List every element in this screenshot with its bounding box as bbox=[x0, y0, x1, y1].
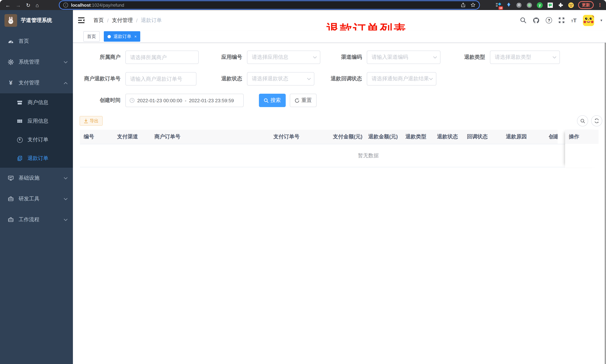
sidebar-item-infrastructure[interactable]: 基础设施 bbox=[0, 168, 73, 189]
channel-select[interactable]: 请输入渠道编码 bbox=[367, 51, 440, 64]
date-start-value: 2022-01-23 00:00:00 bbox=[137, 98, 182, 103]
active-dot bbox=[107, 35, 111, 38]
breadcrumb-home[interactable]: 首页 bbox=[93, 17, 104, 24]
col-header[interactable]: 退款原因 bbox=[502, 130, 545, 144]
reset-button-label: 重置 bbox=[301, 97, 312, 104]
export-button-label: 导出 bbox=[90, 118, 99, 124]
info-icon[interactable]: i bbox=[63, 3, 68, 7]
browser-menu-icon[interactable]: ⋮ bbox=[597, 2, 602, 8]
notify-status-select[interactable]: 请选择通知商户退款结果 bbox=[367, 72, 436, 86]
share-icon[interactable] bbox=[461, 3, 465, 7]
col-header[interactable]: 支付订单号 bbox=[270, 130, 329, 144]
search-button[interactable]: 搜索 bbox=[259, 94, 286, 107]
sidebar-logo-row[interactable]: 芋道管理系统 bbox=[0, 10, 73, 31]
filter-label: 商户退款订单号 bbox=[79, 76, 125, 82]
avatar[interactable] bbox=[583, 15, 594, 26]
sidebar-item-label: 研发工具 bbox=[19, 195, 64, 202]
chevron-down-icon bbox=[64, 177, 68, 179]
col-header[interactable]: 退款状态 bbox=[433, 130, 463, 144]
home-icon[interactable]: ⌂ bbox=[36, 2, 39, 8]
browser-update-button[interactable]: 更新 bbox=[578, 1, 594, 9]
sidebar-item-pay-order[interactable]: ¥ 支付订单 bbox=[0, 130, 73, 149]
github-icon[interactable] bbox=[533, 17, 540, 24]
refresh-button[interactable] bbox=[591, 115, 602, 126]
breadcrumb-separator: / bbox=[136, 17, 138, 23]
extension-dot-icon[interactable] bbox=[526, 2, 533, 8]
sidebar-item-app-info[interactable]: 应用信息 bbox=[0, 112, 73, 130]
tag-refund-order[interactable]: 退款订单 × bbox=[104, 31, 140, 42]
col-header-clipped[interactable]: 创建时间 bbox=[545, 130, 558, 144]
filter-label: 退款类型 bbox=[440, 54, 490, 61]
toggle-search-button[interactable] bbox=[577, 115, 588, 126]
col-header[interactable]: 编号 bbox=[80, 130, 113, 144]
merchant-refund-no-input[interactable] bbox=[125, 72, 197, 86]
select-placeholder: 请选择退款类型 bbox=[495, 54, 553, 61]
font-size-icon[interactable]: TT bbox=[571, 17, 577, 23]
sidebar-item-dev-tools[interactable]: 研发工具 bbox=[0, 189, 73, 209]
export-button[interactable]: 导出 bbox=[79, 116, 103, 126]
col-header[interactable]: 退款类型 bbox=[402, 130, 433, 144]
chevron-down-icon bbox=[429, 78, 433, 80]
chevron-down-icon bbox=[553, 56, 556, 59]
search-button-wrap: 搜索 bbox=[259, 94, 286, 107]
close-icon[interactable]: × bbox=[134, 34, 137, 39]
browser-toolbar: ← → ↻ ⌂ i localhost:1024/pay/refund 10 bbox=[0, 0, 606, 10]
reload-icon[interactable]: ↻ bbox=[26, 2, 30, 8]
search-icon[interactable] bbox=[520, 17, 527, 23]
table-header-row: 编号 支付渠道 商户订单号 支付订单号 支付金额(元) 退款金额(元) 退款类型… bbox=[80, 130, 558, 144]
col-header-action[interactable]: 操作 bbox=[565, 130, 599, 144]
back-icon[interactable]: ← bbox=[5, 2, 10, 8]
extension-tabs-icon[interactable]: 10 bbox=[495, 2, 501, 8]
date-range-picker[interactable]: 2022-01-23 00:00:00 - 2022-01-23 23:59:5… bbox=[125, 94, 244, 107]
chevron-down-icon bbox=[64, 219, 68, 221]
refund-status-select[interactable]: 请选择退款状态 bbox=[247, 72, 314, 86]
hamburger-icon[interactable] bbox=[78, 17, 85, 23]
breadcrumb-current: 退款订单 bbox=[141, 17, 162, 24]
sidebar-item-label: 退款订单 bbox=[27, 155, 48, 162]
empty-text: 暂无数据 bbox=[358, 152, 379, 159]
url-bar[interactable]: i localhost:1024/pay/refund bbox=[60, 1, 479, 9]
sidebar-item-workflow[interactable]: 工作流程 bbox=[0, 209, 73, 230]
col-header[interactable]: 退款金额(元) bbox=[365, 130, 402, 144]
table-fixed-action-column: 操作 bbox=[565, 130, 599, 167]
logo-rabbit-image bbox=[4, 14, 17, 27]
reset-button[interactable]: 重置 bbox=[290, 94, 316, 107]
extension-command-icon[interactable]: ⌘ bbox=[516, 2, 522, 8]
extension-balloon-icon[interactable] bbox=[505, 2, 512, 8]
sidebar-item-refund-order[interactable]: 退款订单 bbox=[0, 149, 73, 168]
window-edge bbox=[605, 10, 606, 364]
extension-emoji-icon[interactable] bbox=[568, 2, 574, 8]
merchant-input[interactable] bbox=[125, 51, 199, 64]
extension-y-icon[interactable]: y bbox=[536, 2, 543, 8]
filter-merchant-refund-no: 商户退款订单号 bbox=[79, 72, 197, 86]
bookmark-star-icon[interactable] bbox=[471, 3, 475, 7]
extension-chat-icon[interactable] bbox=[547, 2, 553, 8]
select-placeholder: 请选择通知商户退款结果 bbox=[372, 76, 429, 82]
extensions-puzzle-icon[interactable] bbox=[557, 2, 564, 8]
breadcrumb-payment[interactable]: 支付管理 bbox=[112, 17, 133, 24]
col-header[interactable]: 回调状态 bbox=[463, 130, 502, 144]
fullscreen-icon[interactable] bbox=[559, 17, 565, 23]
refund-type-select[interactable]: 请选择退款类型 bbox=[490, 51, 560, 64]
grid-icon bbox=[16, 118, 23, 124]
url-path: :1024/pay/refund bbox=[91, 2, 124, 8]
sidebar-item-payment[interactable]: ¥ 支付管理 bbox=[0, 73, 73, 93]
sidebar-item-merchant-info[interactable]: 商户信息 bbox=[0, 93, 73, 112]
caret-down-icon[interactable]: ▾ bbox=[600, 18, 602, 22]
col-header[interactable]: 支付渠道 bbox=[113, 130, 151, 144]
help-icon[interactable]: ? bbox=[546, 17, 552, 23]
app-title: 芋道管理系统 bbox=[21, 17, 52, 24]
col-header[interactable]: 商户订单号 bbox=[151, 130, 270, 144]
col-header[interactable]: 支付金额(元) bbox=[329, 130, 365, 144]
forward-icon[interactable]: → bbox=[16, 2, 21, 8]
filter-channel: 渠道编码 请输入渠道编码 bbox=[316, 51, 440, 64]
reset-button-wrap: 重置 bbox=[290, 94, 316, 107]
sidebar-item-system[interactable]: 系统管理 bbox=[0, 52, 73, 73]
screen: ← → ↻ ⌂ i localhost:1024/pay/refund 10 bbox=[0, 0, 606, 364]
tag-home[interactable]: 首页 bbox=[83, 31, 100, 42]
app-select[interactable]: 请选择应用信息 bbox=[247, 51, 320, 64]
monitor-icon bbox=[7, 175, 14, 181]
select-placeholder: 请选择应用信息 bbox=[252, 54, 313, 61]
sidebar-item-home[interactable]: 首页 bbox=[0, 31, 73, 52]
sidebar-item-label: 系统管理 bbox=[19, 59, 64, 65]
